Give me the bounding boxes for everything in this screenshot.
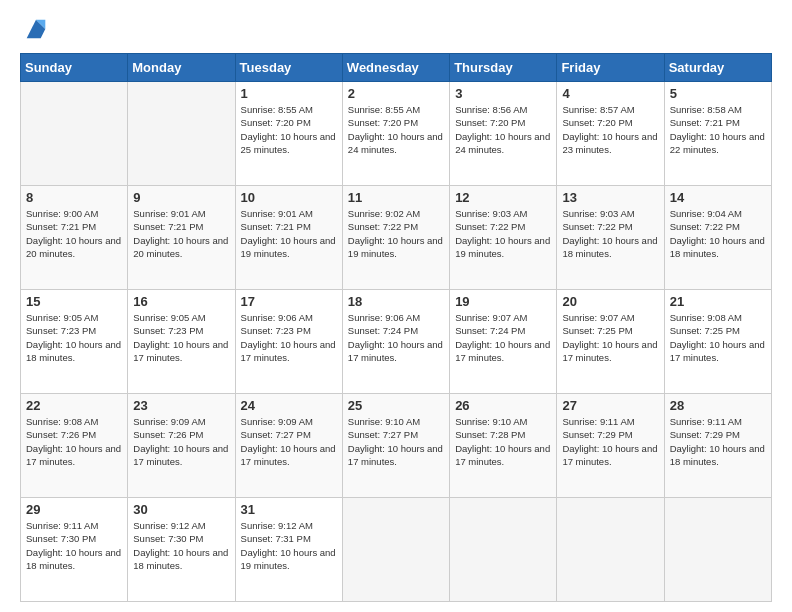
calendar-cell <box>128 82 235 186</box>
calendar-cell: 31Sunrise: 9:12 AMSunset: 7:31 PMDayligh… <box>235 498 342 602</box>
calendar-cell <box>557 498 664 602</box>
calendar-cell: 27Sunrise: 9:11 AMSunset: 7:29 PMDayligh… <box>557 394 664 498</box>
day-info: Sunrise: 9:08 AMSunset: 7:26 PMDaylight:… <box>26 415 122 468</box>
calendar-cell: 5Sunrise: 8:58 AMSunset: 7:21 PMDaylight… <box>664 82 771 186</box>
calendar-cell: 26Sunrise: 9:10 AMSunset: 7:28 PMDayligh… <box>450 394 557 498</box>
calendar-cell: 9Sunrise: 9:01 AMSunset: 7:21 PMDaylight… <box>128 186 235 290</box>
calendar-cell: 13Sunrise: 9:03 AMSunset: 7:22 PMDayligh… <box>557 186 664 290</box>
day-number: 27 <box>562 398 658 413</box>
day-number: 15 <box>26 294 122 309</box>
day-number: 12 <box>455 190 551 205</box>
day-number: 13 <box>562 190 658 205</box>
day-number: 8 <box>26 190 122 205</box>
day-info: Sunrise: 9:07 AMSunset: 7:24 PMDaylight:… <box>455 311 551 364</box>
calendar-cell: 22Sunrise: 9:08 AMSunset: 7:26 PMDayligh… <box>21 394 128 498</box>
day-number: 9 <box>133 190 229 205</box>
calendar-cell: 24Sunrise: 9:09 AMSunset: 7:27 PMDayligh… <box>235 394 342 498</box>
day-info: Sunrise: 8:55 AMSunset: 7:20 PMDaylight:… <box>348 103 444 156</box>
calendar-cell <box>664 498 771 602</box>
page: SundayMondayTuesdayWednesdayThursdayFrid… <box>0 0 792 612</box>
calendar-cell: 29Sunrise: 9:11 AMSunset: 7:30 PMDayligh… <box>21 498 128 602</box>
day-number: 5 <box>670 86 766 101</box>
day-info: Sunrise: 9:06 AMSunset: 7:24 PMDaylight:… <box>348 311 444 364</box>
weekday-header: Saturday <box>664 54 771 82</box>
day-number: 23 <box>133 398 229 413</box>
day-number: 19 <box>455 294 551 309</box>
weekday-header: Thursday <box>450 54 557 82</box>
calendar-cell: 18Sunrise: 9:06 AMSunset: 7:24 PMDayligh… <box>342 290 449 394</box>
day-number: 1 <box>241 86 337 101</box>
day-number: 3 <box>455 86 551 101</box>
day-info: Sunrise: 9:05 AMSunset: 7:23 PMDaylight:… <box>26 311 122 364</box>
day-number: 24 <box>241 398 337 413</box>
calendar-cell: 17Sunrise: 9:06 AMSunset: 7:23 PMDayligh… <box>235 290 342 394</box>
calendar-cell: 21Sunrise: 9:08 AMSunset: 7:25 PMDayligh… <box>664 290 771 394</box>
calendar-cell <box>342 498 449 602</box>
calendar-cell: 8Sunrise: 9:00 AMSunset: 7:21 PMDaylight… <box>21 186 128 290</box>
day-number: 22 <box>26 398 122 413</box>
calendar-cell: 3Sunrise: 8:56 AMSunset: 7:20 PMDaylight… <box>450 82 557 186</box>
logo <box>20 15 50 43</box>
weekday-header: Wednesday <box>342 54 449 82</box>
weekday-header: Monday <box>128 54 235 82</box>
calendar-cell: 15Sunrise: 9:05 AMSunset: 7:23 PMDayligh… <box>21 290 128 394</box>
calendar-cell: 11Sunrise: 9:02 AMSunset: 7:22 PMDayligh… <box>342 186 449 290</box>
calendar-cell: 25Sunrise: 9:10 AMSunset: 7:27 PMDayligh… <box>342 394 449 498</box>
day-number: 10 <box>241 190 337 205</box>
day-number: 20 <box>562 294 658 309</box>
day-info: Sunrise: 9:10 AMSunset: 7:28 PMDaylight:… <box>455 415 551 468</box>
day-info: Sunrise: 8:55 AMSunset: 7:20 PMDaylight:… <box>241 103 337 156</box>
weekday-header: Tuesday <box>235 54 342 82</box>
logo-icon <box>22 15 50 43</box>
day-info: Sunrise: 9:01 AMSunset: 7:21 PMDaylight:… <box>241 207 337 260</box>
day-info: Sunrise: 9:06 AMSunset: 7:23 PMDaylight:… <box>241 311 337 364</box>
day-info: Sunrise: 9:01 AMSunset: 7:21 PMDaylight:… <box>133 207 229 260</box>
calendar-cell: 23Sunrise: 9:09 AMSunset: 7:26 PMDayligh… <box>128 394 235 498</box>
day-number: 30 <box>133 502 229 517</box>
calendar-cell: 14Sunrise: 9:04 AMSunset: 7:22 PMDayligh… <box>664 186 771 290</box>
calendar-cell: 4Sunrise: 8:57 AMSunset: 7:20 PMDaylight… <box>557 82 664 186</box>
calendar-cell: 10Sunrise: 9:01 AMSunset: 7:21 PMDayligh… <box>235 186 342 290</box>
calendar-cell: 1Sunrise: 8:55 AMSunset: 7:20 PMDaylight… <box>235 82 342 186</box>
day-info: Sunrise: 9:03 AMSunset: 7:22 PMDaylight:… <box>455 207 551 260</box>
day-info: Sunrise: 9:11 AMSunset: 7:29 PMDaylight:… <box>670 415 766 468</box>
calendar-cell <box>21 82 128 186</box>
day-number: 26 <box>455 398 551 413</box>
day-info: Sunrise: 8:58 AMSunset: 7:21 PMDaylight:… <box>670 103 766 156</box>
day-number: 4 <box>562 86 658 101</box>
day-info: Sunrise: 8:56 AMSunset: 7:20 PMDaylight:… <box>455 103 551 156</box>
day-number: 28 <box>670 398 766 413</box>
calendar-cell: 16Sunrise: 9:05 AMSunset: 7:23 PMDayligh… <box>128 290 235 394</box>
day-info: Sunrise: 9:05 AMSunset: 7:23 PMDaylight:… <box>133 311 229 364</box>
day-info: Sunrise: 9:08 AMSunset: 7:25 PMDaylight:… <box>670 311 766 364</box>
day-info: Sunrise: 9:09 AMSunset: 7:27 PMDaylight:… <box>241 415 337 468</box>
day-info: Sunrise: 9:12 AMSunset: 7:30 PMDaylight:… <box>133 519 229 572</box>
day-number: 31 <box>241 502 337 517</box>
day-number: 16 <box>133 294 229 309</box>
day-info: Sunrise: 9:12 AMSunset: 7:31 PMDaylight:… <box>241 519 337 572</box>
day-info: Sunrise: 9:03 AMSunset: 7:22 PMDaylight:… <box>562 207 658 260</box>
day-info: Sunrise: 9:11 AMSunset: 7:29 PMDaylight:… <box>562 415 658 468</box>
calendar-table: SundayMondayTuesdayWednesdayThursdayFrid… <box>20 53 772 602</box>
calendar-cell: 28Sunrise: 9:11 AMSunset: 7:29 PMDayligh… <box>664 394 771 498</box>
day-number: 17 <box>241 294 337 309</box>
day-number: 21 <box>670 294 766 309</box>
day-info: Sunrise: 8:57 AMSunset: 7:20 PMDaylight:… <box>562 103 658 156</box>
day-number: 25 <box>348 398 444 413</box>
weekday-header: Sunday <box>21 54 128 82</box>
day-info: Sunrise: 9:09 AMSunset: 7:26 PMDaylight:… <box>133 415 229 468</box>
calendar-cell: 19Sunrise: 9:07 AMSunset: 7:24 PMDayligh… <box>450 290 557 394</box>
calendar-cell <box>450 498 557 602</box>
day-info: Sunrise: 9:07 AMSunset: 7:25 PMDaylight:… <box>562 311 658 364</box>
weekday-header: Friday <box>557 54 664 82</box>
day-number: 18 <box>348 294 444 309</box>
header <box>20 15 772 43</box>
calendar-cell: 2Sunrise: 8:55 AMSunset: 7:20 PMDaylight… <box>342 82 449 186</box>
calendar-cell: 12Sunrise: 9:03 AMSunset: 7:22 PMDayligh… <box>450 186 557 290</box>
day-info: Sunrise: 9:02 AMSunset: 7:22 PMDaylight:… <box>348 207 444 260</box>
calendar-cell: 20Sunrise: 9:07 AMSunset: 7:25 PMDayligh… <box>557 290 664 394</box>
day-number: 2 <box>348 86 444 101</box>
day-number: 11 <box>348 190 444 205</box>
day-info: Sunrise: 9:11 AMSunset: 7:30 PMDaylight:… <box>26 519 122 572</box>
day-info: Sunrise: 9:04 AMSunset: 7:22 PMDaylight:… <box>670 207 766 260</box>
